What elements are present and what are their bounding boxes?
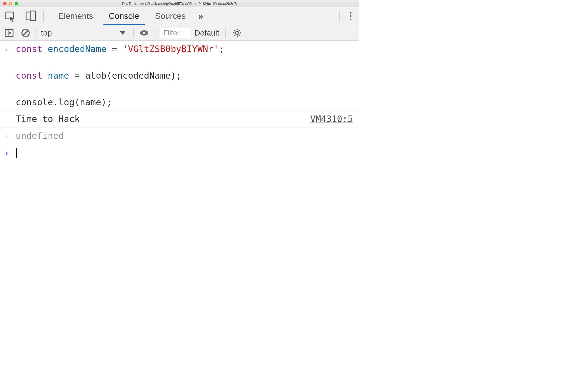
text-cursor [16, 148, 17, 158]
console-log-entry: Time to Hack VM4310:5 [0, 111, 359, 127]
console-toolbar: top Filter Default levels [0, 25, 359, 41]
window-title: DevTools - time2hack.com/p/2ce65f7e-a05d… [0, 2, 359, 6]
separator [133, 28, 134, 38]
execution-context-select[interactable]: top [41, 28, 128, 37]
svg-rect-0 [6, 12, 14, 19]
tab-console[interactable]: Console [101, 7, 147, 25]
main-toolbar: Elements Console Sources » [0, 7, 359, 25]
context-label: top [41, 28, 52, 37]
separator [339, 11, 340, 21]
console-settings-icon[interactable] [232, 28, 242, 38]
console-prompt[interactable]: › [0, 144, 359, 161]
separator [225, 28, 226, 38]
live-expression-icon[interactable] [139, 28, 149, 38]
tab-elements[interactable]: Elements [50, 7, 101, 25]
settings-menu-icon[interactable] [346, 12, 355, 20]
inspect-element-icon[interactable] [5, 10, 16, 22]
svg-rect-2 [30, 11, 36, 20]
svg-line-16 [234, 35, 235, 36]
devtools-tabs: Elements Console Sources » [50, 7, 208, 25]
log-levels-select[interactable]: Default levels [191, 28, 220, 37]
svg-rect-3 [5, 30, 13, 36]
filter-input[interactable]: Filter [160, 28, 191, 38]
log-gutter [5, 119, 16, 120]
prompt-input[interactable] [16, 146, 355, 159]
close-button[interactable] [3, 2, 7, 5]
source-link[interactable]: VM4310:5 [310, 112, 355, 126]
svg-point-8 [143, 32, 145, 34]
code-entered: const encodedName = 'VGltZSB0byBIYWNr'; … [16, 42, 355, 109]
svg-line-14 [234, 30, 235, 31]
svg-point-9 [236, 31, 239, 34]
device-toolbar-icon[interactable] [25, 10, 37, 22]
traffic-lights [0, 2, 18, 5]
prompt-icon: › [5, 146, 16, 159]
maximize-button[interactable] [15, 2, 18, 5]
svg-line-15 [239, 35, 240, 36]
tab-sources[interactable]: Sources [147, 7, 193, 25]
console-output: › const encodedName = 'VGltZSB0byBIYWNr'… [0, 41, 359, 161]
separator [155, 28, 155, 38]
separator [43, 11, 44, 21]
log-message: Time to Hack [16, 112, 310, 126]
clear-console-icon[interactable] [21, 28, 30, 38]
toggle-sidebar-icon[interactable] [5, 28, 14, 37]
more-tabs-icon[interactable]: » [193, 11, 208, 21]
return-indicator-icon: ‹· [5, 129, 16, 142]
svg-line-6 [23, 30, 28, 36]
console-input-entry: › const encodedName = 'VGltZSB0byBIYWNr'… [0, 41, 359, 111]
svg-line-17 [239, 30, 240, 31]
minimize-button[interactable] [9, 2, 12, 5]
prompt-indicator-icon: › [5, 42, 16, 55]
chevron-down-icon [120, 31, 126, 35]
console-return-entry: ‹· undefined [0, 127, 359, 144]
return-value: undefined [16, 129, 355, 142]
window-titlebar: DevTools - time2hack.com/p/2ce65f7e-a05d… [0, 0, 359, 7]
separator [36, 28, 36, 38]
